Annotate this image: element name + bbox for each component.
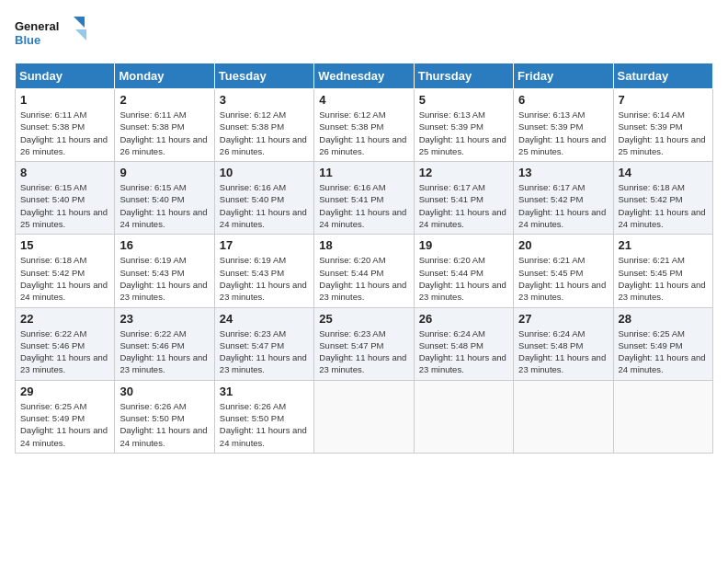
col-sunday: Sunday bbox=[16, 63, 115, 89]
day-number: 4 bbox=[319, 93, 408, 107]
day-number: 16 bbox=[119, 238, 209, 252]
cell-sun-info: Sunrise: 6:21 AM Sunset: 5:45 PM Dayligh… bbox=[619, 254, 708, 303]
calendar-cell: 2Sunrise: 6:11 AM Sunset: 5:38 PM Daylig… bbox=[115, 89, 214, 162]
cell-sun-info: Sunrise: 6:20 AM Sunset: 5:44 PM Dayligh… bbox=[419, 254, 508, 303]
cell-sun-info: Sunrise: 6:11 AM Sunset: 5:38 PM Dayligh… bbox=[119, 109, 209, 157]
col-friday: Friday bbox=[514, 63, 613, 89]
calendar-cell: 8Sunrise: 6:15 AM Sunset: 5:40 PM Daylig… bbox=[16, 162, 115, 235]
day-number: 18 bbox=[319, 238, 408, 252]
day-number: 24 bbox=[220, 312, 309, 326]
cell-sun-info: Sunrise: 6:17 AM Sunset: 5:42 PM Dayligh… bbox=[518, 181, 608, 230]
day-number: 1 bbox=[20, 93, 109, 107]
calendar-cell: 3Sunrise: 6:12 AM Sunset: 5:38 PM Daylig… bbox=[214, 89, 313, 162]
page-header: General Blue bbox=[15, 15, 713, 52]
calendar-cell bbox=[414, 380, 513, 453]
cell-sun-info: Sunrise: 6:15 AM Sunset: 5:40 PM Dayligh… bbox=[20, 181, 109, 230]
day-number: 29 bbox=[20, 385, 109, 398]
col-thursday: Thursday bbox=[414, 63, 513, 89]
calendar-cell: 22Sunrise: 6:22 AM Sunset: 5:46 PM Dayli… bbox=[16, 307, 115, 380]
cell-sun-info: Sunrise: 6:18 AM Sunset: 5:42 PM Dayligh… bbox=[20, 254, 109, 303]
day-number: 30 bbox=[119, 385, 209, 398]
calendar-row: 15Sunrise: 6:18 AM Sunset: 5:42 PM Dayli… bbox=[16, 235, 713, 307]
day-number: 7 bbox=[619, 93, 708, 107]
day-number: 25 bbox=[319, 312, 408, 326]
day-number: 12 bbox=[419, 166, 508, 179]
cell-sun-info: Sunrise: 6:24 AM Sunset: 5:48 PM Dayligh… bbox=[419, 327, 508, 376]
calendar-cell: 11Sunrise: 6:16 AM Sunset: 5:41 PM Dayli… bbox=[314, 162, 414, 235]
col-tuesday: Tuesday bbox=[214, 63, 313, 89]
col-saturday: Saturday bbox=[613, 63, 712, 89]
calendar-cell: 30Sunrise: 6:26 AM Sunset: 5:50 PM Dayli… bbox=[115, 380, 214, 453]
calendar-cell: 25Sunrise: 6:23 AM Sunset: 5:47 PM Dayli… bbox=[314, 307, 414, 380]
calendar-cell: 29Sunrise: 6:25 AM Sunset: 5:49 PM Dayli… bbox=[16, 380, 115, 453]
cell-sun-info: Sunrise: 6:19 AM Sunset: 5:43 PM Dayligh… bbox=[119, 254, 209, 303]
cell-sun-info: Sunrise: 6:11 AM Sunset: 5:38 PM Dayligh… bbox=[20, 109, 109, 157]
day-number: 5 bbox=[419, 93, 508, 107]
calendar-cell: 6Sunrise: 6:13 AM Sunset: 5:39 PM Daylig… bbox=[514, 89, 613, 162]
day-number: 6 bbox=[518, 93, 608, 107]
cell-sun-info: Sunrise: 6:16 AM Sunset: 5:40 PM Dayligh… bbox=[220, 181, 309, 230]
day-number: 19 bbox=[419, 238, 508, 252]
day-number: 14 bbox=[619, 166, 708, 179]
day-number: 27 bbox=[518, 312, 608, 326]
calendar-row: 29Sunrise: 6:25 AM Sunset: 5:49 PM Dayli… bbox=[16, 380, 713, 453]
cell-sun-info: Sunrise: 6:15 AM Sunset: 5:40 PM Dayligh… bbox=[119, 181, 209, 230]
day-number: 28 bbox=[619, 312, 708, 326]
svg-marker-2 bbox=[74, 17, 85, 28]
day-number: 15 bbox=[20, 238, 109, 252]
cell-sun-info: Sunrise: 6:21 AM Sunset: 5:45 PM Dayligh… bbox=[518, 254, 608, 303]
day-number: 9 bbox=[119, 166, 209, 179]
calendar-cell: 16Sunrise: 6:19 AM Sunset: 5:43 PM Dayli… bbox=[115, 235, 214, 307]
calendar-row: 8Sunrise: 6:15 AM Sunset: 5:40 PM Daylig… bbox=[16, 162, 713, 235]
day-number: 3 bbox=[220, 93, 309, 107]
calendar-cell: 19Sunrise: 6:20 AM Sunset: 5:44 PM Dayli… bbox=[414, 235, 513, 307]
calendar-cell: 1Sunrise: 6:11 AM Sunset: 5:38 PM Daylig… bbox=[16, 89, 115, 162]
calendar-cell: 9Sunrise: 6:15 AM Sunset: 5:40 PM Daylig… bbox=[115, 162, 214, 235]
calendar-body: 1Sunrise: 6:11 AM Sunset: 5:38 PM Daylig… bbox=[16, 89, 713, 454]
day-number: 11 bbox=[319, 166, 408, 179]
calendar-header-row: Sunday Monday Tuesday Wednesday Thursday… bbox=[16, 63, 713, 89]
calendar-cell: 26Sunrise: 6:24 AM Sunset: 5:48 PM Dayli… bbox=[414, 307, 513, 380]
cell-sun-info: Sunrise: 6:26 AM Sunset: 5:50 PM Dayligh… bbox=[119, 400, 209, 449]
calendar-cell: 14Sunrise: 6:18 AM Sunset: 5:42 PM Dayli… bbox=[613, 162, 712, 235]
cell-sun-info: Sunrise: 6:16 AM Sunset: 5:41 PM Dayligh… bbox=[319, 181, 408, 230]
calendar-cell: 21Sunrise: 6:21 AM Sunset: 5:45 PM Dayli… bbox=[613, 235, 712, 307]
calendar-cell: 12Sunrise: 6:17 AM Sunset: 5:41 PM Dayli… bbox=[414, 162, 513, 235]
day-number: 21 bbox=[619, 238, 708, 252]
day-number: 17 bbox=[220, 238, 309, 252]
calendar-row: 22Sunrise: 6:22 AM Sunset: 5:46 PM Dayli… bbox=[16, 307, 713, 380]
day-number: 2 bbox=[119, 93, 209, 107]
calendar-cell: 20Sunrise: 6:21 AM Sunset: 5:45 PM Dayli… bbox=[514, 235, 613, 307]
cell-sun-info: Sunrise: 6:12 AM Sunset: 5:38 PM Dayligh… bbox=[220, 109, 309, 157]
day-number: 8 bbox=[20, 166, 109, 179]
day-number: 31 bbox=[220, 385, 309, 398]
cell-sun-info: Sunrise: 6:19 AM Sunset: 5:43 PM Dayligh… bbox=[220, 254, 309, 303]
cell-sun-info: Sunrise: 6:23 AM Sunset: 5:47 PM Dayligh… bbox=[319, 327, 408, 376]
cell-sun-info: Sunrise: 6:13 AM Sunset: 5:39 PM Dayligh… bbox=[419, 109, 508, 157]
cell-sun-info: Sunrise: 6:17 AM Sunset: 5:41 PM Dayligh… bbox=[419, 181, 508, 230]
cell-sun-info: Sunrise: 6:24 AM Sunset: 5:48 PM Dayligh… bbox=[518, 327, 608, 376]
col-monday: Monday bbox=[115, 63, 214, 89]
cell-sun-info: Sunrise: 6:23 AM Sunset: 5:47 PM Dayligh… bbox=[220, 327, 309, 376]
calendar-cell: 4Sunrise: 6:12 AM Sunset: 5:38 PM Daylig… bbox=[314, 89, 414, 162]
day-number: 22 bbox=[20, 312, 109, 326]
cell-sun-info: Sunrise: 6:22 AM Sunset: 5:46 PM Dayligh… bbox=[119, 327, 209, 376]
calendar-cell: 18Sunrise: 6:20 AM Sunset: 5:44 PM Dayli… bbox=[314, 235, 414, 307]
cell-sun-info: Sunrise: 6:22 AM Sunset: 5:46 PM Dayligh… bbox=[20, 327, 109, 376]
calendar-cell: 10Sunrise: 6:16 AM Sunset: 5:40 PM Dayli… bbox=[214, 162, 313, 235]
calendar-cell: 23Sunrise: 6:22 AM Sunset: 5:46 PM Dayli… bbox=[115, 307, 214, 380]
calendar-cell: 17Sunrise: 6:19 AM Sunset: 5:43 PM Dayli… bbox=[214, 235, 313, 307]
day-number: 26 bbox=[419, 312, 508, 326]
calendar-table: Sunday Monday Tuesday Wednesday Thursday… bbox=[15, 63, 713, 454]
day-number: 23 bbox=[119, 312, 209, 326]
logo: General Blue bbox=[15, 15, 88, 52]
svg-text:General: General bbox=[15, 19, 59, 33]
day-number: 13 bbox=[518, 166, 608, 179]
calendar-cell bbox=[514, 380, 613, 453]
cell-sun-info: Sunrise: 6:13 AM Sunset: 5:39 PM Dayligh… bbox=[518, 109, 608, 157]
cell-sun-info: Sunrise: 6:26 AM Sunset: 5:50 PM Dayligh… bbox=[220, 400, 309, 449]
cell-sun-info: Sunrise: 6:25 AM Sunset: 5:49 PM Dayligh… bbox=[20, 400, 109, 449]
calendar-cell: 7Sunrise: 6:14 AM Sunset: 5:39 PM Daylig… bbox=[613, 89, 712, 162]
svg-marker-3 bbox=[75, 29, 86, 40]
cell-sun-info: Sunrise: 6:25 AM Sunset: 5:49 PM Dayligh… bbox=[619, 327, 708, 376]
